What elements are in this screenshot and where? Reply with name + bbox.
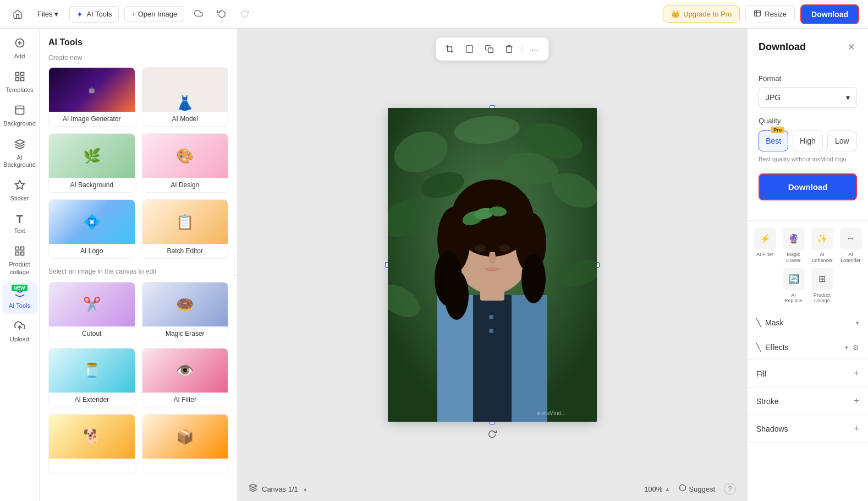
topbar-left: Files ▾ ✦ AI Tools + Open Image bbox=[9, 6, 657, 23]
tool-card-cutout[interactable]: ✂️ Cutout bbox=[48, 282, 135, 341]
tool-card-batch-editor[interactable]: 📋 Batch Editor bbox=[142, 199, 229, 259]
tool-card-magic-eraser[interactable]: 🍩 Magic Eraser bbox=[142, 282, 229, 341]
tool-card-bottom1[interactable]: 🐕 bbox=[48, 414, 135, 473]
tool-label-ai-background: AI Background bbox=[49, 178, 135, 192]
svg-rect-5 bbox=[20, 73, 24, 76]
product-collage-mini-icon: ⊞ bbox=[811, 268, 833, 290]
help-button[interactable]: ? bbox=[724, 483, 736, 495]
quality-best-button[interactable]: Pro Best bbox=[759, 130, 788, 151]
crop-tool-button[interactable] bbox=[442, 41, 458, 57]
sidebar-item-upload[interactable]: Upload bbox=[2, 316, 37, 347]
panel-collapse-button[interactable]: ‹ bbox=[234, 254, 238, 276]
tool-card-ai-logo[interactable]: 💠 AI Logo bbox=[48, 199, 135, 259]
cloud-save-button[interactable] bbox=[190, 6, 207, 23]
quality-high-label: High bbox=[800, 137, 816, 145]
tool-card-ai-model[interactable]: 👗 AI Model bbox=[142, 67, 229, 127]
fill-section-header[interactable]: Fill + bbox=[748, 360, 868, 387]
effects-section-header[interactable]: ╲ Effects ▾ ⚙ bbox=[748, 335, 868, 360]
open-image-label: + Open Image bbox=[131, 10, 177, 18]
right-column: Download ✕ Format JPG ▾ Quality Pro Best bbox=[747, 29, 868, 501]
format-chevron-icon: ▾ bbox=[846, 93, 850, 102]
shadows-section-header[interactable]: Shadows + bbox=[748, 415, 868, 442]
suggest-button[interactable]: Suggest bbox=[679, 484, 715, 494]
redo-button[interactable] bbox=[236, 6, 254, 23]
quality-low-label: Low bbox=[835, 137, 849, 145]
undo-button[interactable] bbox=[213, 6, 230, 23]
mini-tool-ai-enhancer[interactable]: ✨ AI Enhancer bbox=[810, 227, 834, 264]
mini-tool-ai-filter[interactable]: ⚡ AI Filter bbox=[753, 227, 777, 264]
tool-card-bottom2[interactable]: 📦 bbox=[142, 414, 229, 473]
fill-add-icon[interactable]: + bbox=[853, 368, 859, 379]
sidebar-item-product-collage[interactable]: Product collage bbox=[2, 241, 37, 280]
sidebar-item-templates-label: Templates bbox=[6, 86, 33, 94]
download-action-button[interactable]: Download bbox=[759, 173, 857, 200]
svg-rect-12 bbox=[15, 252, 19, 255]
stroke-add-icon[interactable]: + bbox=[853, 395, 859, 407]
frame-tool-button[interactable] bbox=[462, 41, 478, 57]
ai-filter-mini-label: AI Filter bbox=[756, 252, 773, 258]
svg-rect-4 bbox=[15, 73, 19, 76]
tool-card-ai-image-generator[interactable]: 🤖 AI Image Generator bbox=[48, 67, 135, 127]
files-menu[interactable]: Files ▾ bbox=[32, 7, 64, 21]
download-top-button[interactable]: Download bbox=[800, 4, 859, 24]
delete-tool-button[interactable] bbox=[501, 41, 518, 57]
sidebar-item-templates[interactable]: Templates bbox=[2, 67, 37, 98]
effects-settings-icon[interactable]: ⚙ bbox=[853, 344, 859, 352]
sidebar-item-ai-tools[interactable]: NEW AI Tools bbox=[2, 282, 37, 314]
duplicate-tool-button[interactable] bbox=[481, 41, 498, 57]
mini-tool-ai-extender[interactable]: ↔ AI Extender bbox=[839, 227, 863, 264]
svg-point-43 bbox=[475, 244, 486, 252]
mini-tool-product-collage[interactable]: ⊞ Product collage bbox=[810, 268, 834, 304]
svg-text:⊕ insMind...: ⊕ insMind... bbox=[536, 410, 566, 416]
shadows-add-icon[interactable]: + bbox=[853, 423, 859, 434]
sidebar-item-text[interactable]: T Text bbox=[2, 209, 37, 239]
files-label: Files bbox=[37, 10, 52, 18]
quality-high-button[interactable]: High bbox=[793, 130, 822, 151]
home-button[interactable] bbox=[9, 6, 26, 23]
sticker-icon bbox=[14, 179, 25, 193]
tool-label-magic-eraser: Magic Eraser bbox=[142, 326, 228, 341]
stroke-section-header[interactable]: Stroke + bbox=[748, 388, 868, 415]
upgrade-label: Upgrade to Pro bbox=[683, 10, 732, 18]
panel-section-effects: ╲ Effects ▾ ⚙ bbox=[748, 335, 868, 360]
download-panel-close-button[interactable]: ✕ bbox=[845, 40, 857, 55]
tool-card-ai-extender[interactable]: 🫙 AI Extender bbox=[48, 348, 135, 407]
crown-icon: 👑 bbox=[671, 10, 680, 18]
sidebar-item-ai-background[interactable]: AI Background bbox=[2, 134, 37, 173]
sidebar-item-background[interactable]: Background bbox=[2, 100, 37, 132]
sidebar-item-sticker[interactable]: Sticker bbox=[2, 175, 37, 206]
more-options-button[interactable]: ··· bbox=[527, 41, 543, 57]
canvas-image[interactable]: ⊕ insMind... bbox=[388, 108, 597, 422]
ai-tools-nav-button[interactable]: ✦ AI Tools bbox=[69, 6, 119, 23]
sidebar-item-sticker-label: Sticker bbox=[10, 195, 29, 202]
portrait-svg: ⊕ insMind... bbox=[388, 108, 597, 422]
mini-tool-magic-eraser[interactable]: 🔮 Magic Eraser bbox=[782, 227, 806, 264]
mini-tool-ai-replace[interactable]: 🔄 AI Replace bbox=[782, 268, 806, 304]
rotate-handle[interactable] bbox=[487, 428, 497, 438]
format-select[interactable]: JPG ▾ bbox=[759, 87, 857, 108]
download-panel-header: Download ✕ bbox=[748, 29, 868, 55]
mask-section-header[interactable]: ╲ Mask ▾ bbox=[748, 311, 868, 335]
download-action-label: Download bbox=[788, 182, 828, 192]
shadows-section-title: Shadows bbox=[756, 424, 788, 433]
product-collage-icon bbox=[14, 246, 25, 259]
tool-card-ai-background[interactable]: 🌿 AI Background bbox=[48, 133, 135, 193]
tool-thumb-ai-logo: 💠 bbox=[49, 200, 135, 244]
zoom-control[interactable]: 100% ▲ bbox=[644, 485, 670, 493]
quality-low-button[interactable]: Low bbox=[827, 130, 857, 151]
topbar: Files ▾ ✦ AI Tools + Open Image 👑 bbox=[0, 0, 868, 29]
tool-card-ai-design[interactable]: 🎨 AI Design bbox=[142, 133, 229, 193]
tool-card-ai-filter[interactable]: 👁️ AI Filter bbox=[142, 348, 229, 407]
svg-rect-7 bbox=[20, 78, 24, 81]
open-image-button[interactable]: + Open Image bbox=[124, 6, 184, 22]
upgrade-button[interactable]: 👑 Upgrade to Pro bbox=[663, 6, 740, 23]
layers-button[interactable]: Canvas 1/1 ▲ bbox=[249, 483, 308, 494]
panel-section-stroke: Stroke + bbox=[748, 388, 868, 415]
sidebar-item-ai-tools-label: AI Tools bbox=[9, 302, 30, 309]
download-panel-overlay: Download ✕ Format JPG ▾ Quality Pro Best bbox=[748, 29, 868, 501]
canvas-image-container[interactable]: ⊕ insMind... bbox=[388, 108, 597, 422]
tool-thumb-bottom1: 🐕 bbox=[49, 415, 135, 459]
resize-button[interactable]: Resize bbox=[745, 5, 795, 23]
tool-thumb-extender: 🫙 bbox=[49, 348, 135, 393]
sidebar-item-add[interactable]: Add bbox=[2, 33, 37, 64]
